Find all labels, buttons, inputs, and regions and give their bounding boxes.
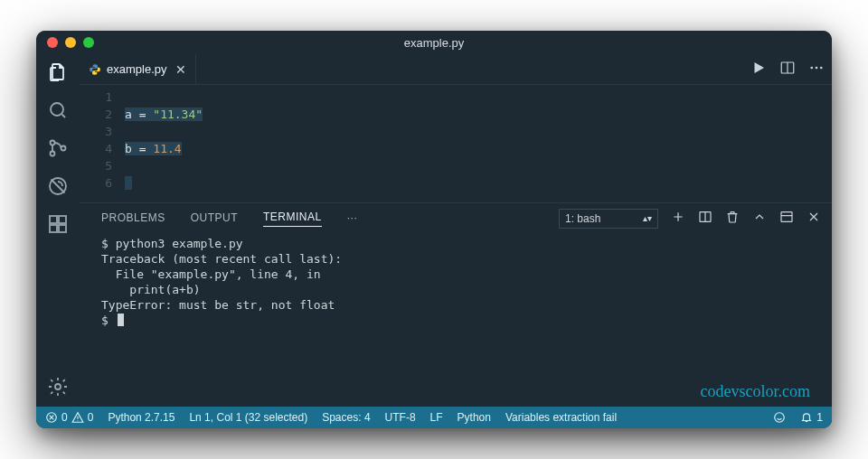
run-button[interactable] [750, 60, 767, 80]
status-eol[interactable]: LF [430, 411, 443, 424]
status-cursor-position[interactable]: Ln 1, Col 1 (32 selected) [189, 411, 307, 424]
svg-point-1 [51, 141, 55, 145]
traffic-lights [47, 37, 94, 48]
svg-point-17 [775, 413, 785, 423]
chevron-up-icon[interactable] [752, 210, 767, 228]
svg-rect-5 [50, 216, 57, 223]
status-python-version[interactable]: Python 2.7.15 [108, 411, 175, 424]
kill-terminal-icon[interactable] [725, 210, 740, 228]
status-bar: 0 0 Python 2.7.15 Ln 1, Col 1 (32 select… [36, 407, 832, 428]
window-body: example.py ✕ 1 2 3 4 5 6 [36, 54, 832, 407]
close-window-button[interactable] [47, 37, 58, 48]
svg-point-11 [810, 66, 813, 69]
bottom-panel: PROBLEMS OUTPUT TERMINAL ··· 1: bash ▴▾ [80, 202, 832, 407]
notifications-bell-icon[interactable]: 1 [800, 411, 823, 424]
panel-tabbar: PROBLEMS OUTPUT TERMINAL ··· 1: bash ▴▾ [80, 203, 832, 234]
status-language-mode[interactable]: Python [458, 411, 491, 424]
split-editor-icon[interactable] [779, 60, 796, 80]
maximize-panel-icon[interactable] [779, 210, 794, 228]
editor-tabbar: example.py ✕ [80, 54, 832, 85]
zoom-window-button[interactable] [83, 37, 94, 48]
terminal-output[interactable]: $ python3 example.py Traceback (most rec… [80, 234, 832, 407]
debug-icon[interactable] [47, 175, 69, 197]
minimize-window-button[interactable] [65, 37, 76, 48]
more-actions-icon[interactable] [808, 60, 825, 80]
svg-point-12 [816, 66, 818, 69]
tab-label: example.py [107, 62, 166, 76]
close-tab-icon[interactable]: ✕ [172, 62, 186, 77]
new-terminal-icon[interactable] [671, 210, 685, 228]
svg-rect-6 [50, 225, 57, 232]
panel-tab-terminal[interactable]: TERMINAL [263, 211, 322, 227]
svg-rect-8 [59, 216, 66, 223]
vscode-window: example.py [36, 31, 832, 428]
extensions-icon[interactable] [47, 213, 69, 235]
close-panel-icon[interactable] [807, 210, 821, 228]
search-icon[interactable] [47, 99, 69, 121]
terminal-selector[interactable]: 1: bash ▴▾ [559, 209, 658, 229]
code-editor[interactable]: 1 2 3 4 5 6 a = "11.34" b = 11.4 print(a… [80, 85, 832, 202]
settings-gear-icon[interactable] [47, 376, 69, 398]
code-content: a = "11.34" b = 11.4 print(a+b) [125, 85, 203, 202]
terminal-selector-label: 1: bash [565, 212, 600, 225]
window-title: example.py [36, 36, 832, 50]
split-terminal-icon[interactable] [698, 210, 712, 228]
panel-tab-problems[interactable]: PROBLEMS [101, 211, 165, 227]
svg-rect-15 [781, 212, 792, 222]
status-encoding[interactable]: UTF-8 [385, 411, 416, 424]
svg-rect-7 [59, 225, 66, 232]
svg-point-13 [820, 66, 823, 69]
panel-tab-output[interactable]: OUTPUT [191, 211, 238, 227]
source-control-icon[interactable] [47, 137, 69, 159]
main-area: example.py ✕ 1 2 3 4 5 6 [80, 54, 832, 407]
panel-tab-more[interactable]: ··· [347, 211, 358, 227]
feedback-smiley-icon[interactable] [773, 411, 786, 424]
terminal-cursor [118, 314, 124, 326]
python-file-icon [89, 63, 101, 76]
status-errors[interactable]: 0 0 [45, 411, 93, 424]
titlebar: example.py [36, 31, 832, 54]
chevron-updown-icon: ▴▾ [643, 214, 652, 223]
explorer-icon[interactable] [47, 61, 69, 83]
line-gutter: 1 2 3 4 5 6 [80, 85, 125, 202]
svg-point-0 [51, 103, 63, 116]
activity-bar [36, 54, 80, 407]
status-indentation[interactable]: Spaces: 4 [322, 411, 370, 424]
status-message[interactable]: Variables extraction fail [505, 411, 617, 424]
svg-point-2 [51, 152, 55, 156]
svg-point-9 [55, 384, 61, 389]
tab-example-py[interactable]: example.py ✕ [80, 54, 196, 84]
